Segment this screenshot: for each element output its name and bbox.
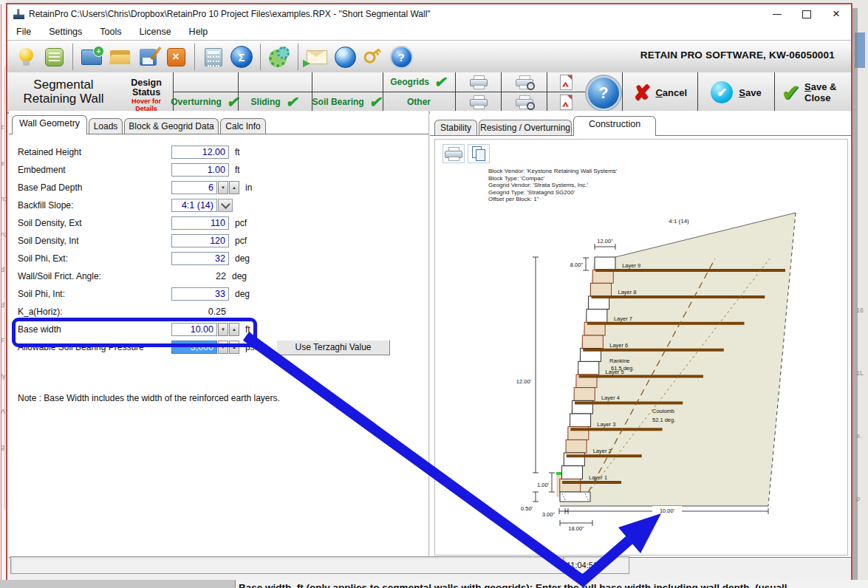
embedment-input[interactable]: 1.00 <box>171 163 229 177</box>
background-text-fragment: ly <box>1 372 6 380</box>
form-row-allowable-soil-bearing-pressure: Allowable Soil Bearing Pressure3,000▼▲ps… <box>9 338 423 356</box>
tab-calc-info[interactable]: Calc Info <box>220 118 266 134</box>
background-text-fragment: 1L <box>856 369 864 377</box>
field-label: Soil Phi, Int: <box>9 289 171 299</box>
background-left-sliver: Fen;n;ddFlyΛg <box>0 0 6 580</box>
form-row-k-a-horiz: K_a(Horiz):0.25 <box>9 303 423 321</box>
tab-block-geogrid-data[interactable]: Block & Geogrid Data <box>124 118 219 134</box>
base-pad-depth-input[interactable]: 6 <box>171 181 217 194</box>
svg-text:61.5 deg.: 61.5 deg. <box>611 365 634 372</box>
spin-down-button[interactable]: ▼ <box>218 181 228 194</box>
tab-construction[interactable]: Construction <box>573 116 656 136</box>
design-status-label[interactable]: Design Status Hover for Details <box>120 72 173 112</box>
calculator-icon[interactable] <box>199 43 228 71</box>
base-width-input[interactable]: 10.00 <box>171 323 217 336</box>
export-pdf-button-bottom[interactable] <box>547 92 585 112</box>
print-button-top[interactable] <box>455 72 501 92</box>
backfill-slope-input[interactable]: 4:1 (14) <box>171 199 217 212</box>
field-label: K_a(Horiz): <box>9 307 171 317</box>
main-toolbar: + × Σ <box>7 40 851 74</box>
close-button[interactable]: × <box>821 5 851 23</box>
form-row-backfill-slope: Backfill Slope:4:1 (14) <box>9 196 423 214</box>
svg-text:Coulomb: Coulomb <box>652 408 674 414</box>
field-unit: in <box>245 182 252 193</box>
print-preview-button-bottom[interactable] <box>501 92 547 112</box>
status-geogrids: Geogrids✔ <box>383 72 455 92</box>
export-pdf-button-top[interactable] <box>547 72 585 92</box>
form-row-base-pad-depth: Base Pad Depth6▼▲in <box>9 179 423 196</box>
wall-cross-section-diagram: 4:1 (14)Layer 1Layer 2Layer 3Layer 4Laye… <box>435 153 846 552</box>
tab-stability[interactable]: Stability <box>434 120 477 136</box>
field-unit: ft <box>235 147 240 157</box>
print-preview-button-top[interactable] <box>501 72 547 92</box>
field-unit: pcf <box>235 218 247 228</box>
svg-text:1.00': 1.00' <box>537 482 550 488</box>
form-row-soil-density-ext: Soil Density, Ext110pcf <box>9 214 423 232</box>
cancel-button[interactable]: ✘ Cancel <box>622 72 697 112</box>
background-text-fragment: g <box>1 443 4 451</box>
menu-license[interactable]: License <box>131 25 180 38</box>
dropdown-arrow-button[interactable] <box>218 199 233 212</box>
spin-down-button[interactable]: ▼ <box>218 323 228 336</box>
svg-text:10.00': 10.00' <box>660 507 675 514</box>
web-globe-icon[interactable] <box>331 43 359 71</box>
menu-bar: FileSettingsToolsLicenseHelp <box>7 24 851 40</box>
soil-phi-int-input[interactable]: 33 <box>171 287 229 301</box>
status-soil-bearing: Soil Bearing✔ <box>312 92 383 112</box>
print-button-bottom[interactable] <box>455 92 501 112</box>
background-text-fragment: F <box>1 337 5 344</box>
help-button[interactable]: ? <box>587 76 621 110</box>
field-unit: psf <box>245 342 257 352</box>
background-right-sliver: 161Le.p <box>855 30 868 547</box>
field-unit: pcf <box>235 236 247 246</box>
spin-up-button[interactable]: ▲ <box>229 341 239 354</box>
allowable-soil-bearing-pressure-input[interactable]: 3,000 <box>171 341 217 354</box>
svg-text:Layer 6: Layer 6 <box>609 342 628 349</box>
construction-view: Block Vendor: 'Keystone Retaining Wall S… <box>434 139 848 555</box>
svg-text:Layer 2: Layer 2 <box>593 448 612 454</box>
save-close-button[interactable]: ✔ Save & Close <box>774 72 851 112</box>
spin-up-button[interactable]: ▲ <box>229 181 239 194</box>
project-list-icon[interactable] <box>40 43 68 71</box>
maximize-button[interactable] <box>792 5 821 23</box>
wall-type-title: Segmental Retaining Wall <box>7 72 120 112</box>
svg-text:Layer 3: Layer 3 <box>597 421 615 428</box>
field-label: Wall/Soil Frict. Angle: <box>9 271 171 281</box>
license-keys-icon[interactable] <box>359 43 387 71</box>
menu-help[interactable]: Help <box>180 25 217 38</box>
spin-up-button[interactable]: ▲ <box>229 323 239 336</box>
menu-file[interactable]: File <box>7 25 40 38</box>
soil-density-ext-input[interactable]: 110 <box>171 216 229 230</box>
svg-text:12.00": 12.00" <box>597 238 613 245</box>
minimize-button[interactable] <box>762 5 792 23</box>
lightbulb-icon[interactable] <box>12 43 40 71</box>
sum-icon[interactable]: Σ <box>228 43 256 71</box>
soil-phi-ext-input[interactable]: 32 <box>171 252 229 265</box>
help-icon[interactable]: ? <box>387 43 415 71</box>
field-label: Soil Density, Ext <box>9 218 171 228</box>
retained-height-input[interactable]: 12.00 <box>171 146 229 159</box>
settings-gears-icon[interactable] <box>265 43 293 71</box>
background-text-fragment: d <box>1 301 4 309</box>
field-label: Base Pad Depth <box>9 182 171 193</box>
background-text-fragment: e. <box>856 432 862 440</box>
email-send-icon[interactable] <box>303 43 331 71</box>
form-row-base-width: Base width10.00▼▲ft <box>9 321 423 338</box>
menu-settings[interactable]: Settings <box>40 25 91 38</box>
save-icon[interactable] <box>134 43 162 71</box>
svg-text:Layer 8: Layer 8 <box>618 289 637 295</box>
new-file-icon[interactable]: + <box>78 43 106 71</box>
use-terzaghi-value-button[interactable]: Use Terzaghi Value <box>276 340 390 355</box>
close-file-icon[interactable]: × <box>162 43 190 71</box>
spin-down-button[interactable]: ▼ <box>218 341 228 354</box>
field-label: Soil Phi, Ext: <box>9 253 171 264</box>
svg-text:8.00": 8.00" <box>570 261 584 268</box>
tab-wall-geometry[interactable]: Wall Geometry <box>12 115 87 134</box>
menu-tools[interactable]: Tools <box>91 25 130 38</box>
save-button[interactable]: ✔ Save <box>697 72 774 112</box>
soil-density-int-input[interactable]: 120 <box>171 234 229 247</box>
background-text-fragment: e <box>1 160 4 167</box>
open-file-icon[interactable] <box>106 43 134 71</box>
tab-resisting-overturning[interactable]: Resisting / Overturning <box>479 120 572 136</box>
tab-loads[interactable]: Loads <box>89 118 123 134</box>
